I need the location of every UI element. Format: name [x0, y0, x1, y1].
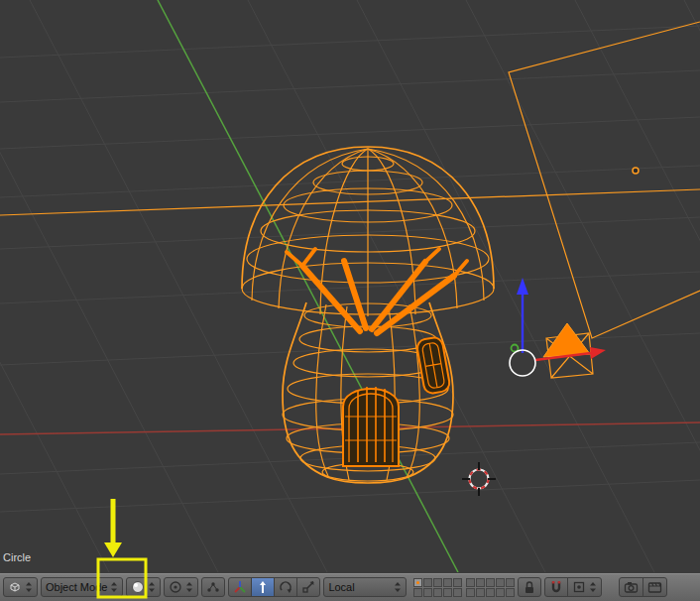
snap-controls [544, 577, 602, 597]
layer-toggle-9[interactable] [443, 588, 452, 597]
active-object-name: Circle [3, 551, 31, 563]
dropdown-arrows-icon [148, 581, 156, 593]
layer-toggle-7[interactable] [423, 588, 432, 597]
mode-dropdown[interactable]: Object Mode [41, 577, 123, 597]
snap-target-icon [572, 580, 586, 594]
layer-toggle-10[interactable] [453, 588, 462, 597]
layer-group-2 [466, 578, 515, 597]
layer-toggle-8[interactable] [433, 588, 442, 597]
layer-toggle-15[interactable] [506, 578, 515, 587]
cone-object[interactable] [543, 323, 593, 378]
orientation-dropdown-label: Local [328, 581, 354, 593]
layer-toggle-19[interactable] [496, 588, 505, 597]
layer-toggle-5[interactable] [453, 578, 462, 587]
layer-buttons [413, 578, 515, 597]
orientation-dropdown[interactable]: Local [323, 577, 407, 597]
snap-target-dropdown[interactable] [567, 577, 602, 597]
translate-arrow-icon [256, 580, 270, 594]
layer-toggle-11[interactable] [466, 578, 475, 587]
opengl-render-buttons [619, 577, 667, 597]
snap-toggle[interactable] [544, 577, 568, 597]
door [343, 387, 399, 466]
render-still-icon [624, 580, 639, 594]
layer-toggle-1[interactable] [413, 578, 422, 587]
plane-object[interactable] [509, 22, 700, 338]
manipulator-toggles [228, 577, 320, 597]
shading-dropdown[interactable] [126, 577, 161, 597]
layer-toggle-12[interactable] [476, 578, 485, 587]
dropdown-arrows-icon [394, 581, 402, 593]
layer-toggle-17[interactable] [476, 588, 485, 597]
layer-group-1 [413, 578, 462, 597]
layer-toggle-4[interactable] [443, 578, 452, 587]
scale-square-icon [301, 580, 315, 594]
dropdown-arrows-icon [185, 581, 193, 593]
y-axis-line [158, 0, 458, 572]
pivot-point-dropdown[interactable] [164, 577, 198, 597]
opengl-render-still-button[interactable] [619, 577, 643, 597]
manipulator-translate-toggle[interactable] [251, 577, 275, 597]
layer-toggle-6[interactable] [413, 588, 422, 597]
layer-toggle-2[interactable] [423, 578, 432, 587]
branches [287, 249, 467, 333]
rotate-arc-icon [279, 580, 292, 594]
manipulator-rotate-toggle[interactable] [274, 577, 297, 597]
center-points-toggle[interactable] [201, 577, 225, 597]
layer-toggle-16[interactable] [466, 588, 475, 597]
axes-icon [233, 580, 247, 594]
dropdown-arrows-icon [589, 581, 597, 593]
render-anim-icon [647, 580, 662, 594]
mode-dropdown-label: Object Mode [46, 581, 107, 593]
layer-toggle-20[interactable] [506, 588, 515, 597]
viewport-scene [0, 0, 700, 572]
viewport-shading-sphere-icon [131, 580, 145, 594]
lock-to-scene-toggle[interactable] [518, 577, 541, 597]
pivot-point-icon [169, 580, 182, 594]
dropdown-arrows-icon [25, 581, 33, 593]
3d-viewport-editor-icon [8, 580, 22, 594]
layer-toggle-3[interactable] [433, 578, 442, 587]
layer-toggle-13[interactable] [486, 578, 495, 587]
editor-type-button[interactable] [3, 577, 38, 597]
manipulator-scale-toggle[interactable] [296, 577, 320, 597]
manipulate-center-points-icon [206, 580, 220, 594]
3d-viewport[interactable]: Circle [0, 0, 700, 572]
manipulator-axis-toggle[interactable] [228, 577, 252, 597]
viewport-header: Object Mode [0, 572, 700, 601]
magnet-icon [549, 580, 563, 594]
blender-window: Circle Object Mode [0, 0, 700, 601]
opengl-render-anim-button[interactable] [642, 577, 667, 597]
layer-toggle-14[interactable] [496, 578, 505, 587]
layer-toggle-18[interactable] [486, 588, 495, 597]
object-origin-dot [633, 168, 639, 174]
lock-icon [523, 580, 536, 594]
dropdown-arrows-icon [110, 581, 118, 593]
